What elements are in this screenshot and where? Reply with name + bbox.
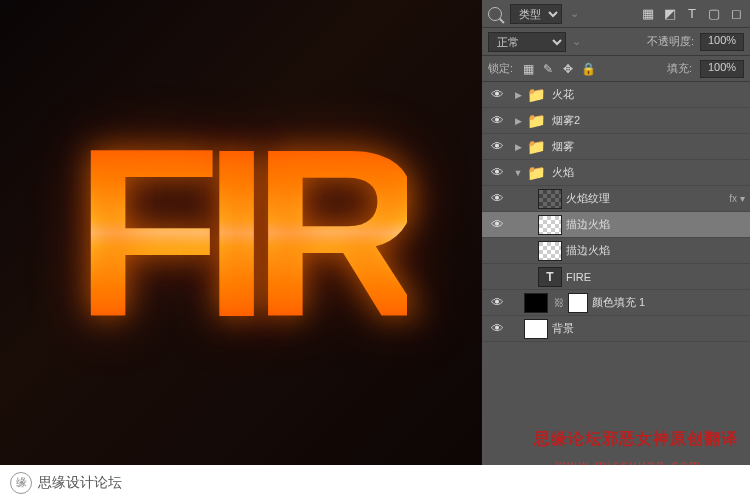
group-toggle[interactable]: ▼ (512, 168, 524, 178)
layer-name[interactable]: 火焰 (552, 165, 750, 180)
filter-icons: ▦ ◩ T ▢ ◻ (640, 6, 744, 22)
group-toggle[interactable]: ▶ (512, 142, 524, 152)
layer-row[interactable]: 👁背景 (482, 316, 750, 342)
visibility-toggle[interactable]: 👁 (482, 165, 512, 180)
layer-row[interactable]: 👁⛓颜色填充 1 (482, 290, 750, 316)
canvas-area[interactable]: FIR (0, 0, 482, 465)
filter-type-icon[interactable]: T (684, 6, 700, 22)
footer-text: 思缘设计论坛 (38, 474, 122, 492)
layer-thumbnail[interactable] (538, 215, 562, 235)
lock-pixels-icon[interactable]: ✎ (541, 62, 555, 76)
layer-name[interactable]: 描边火焰 (566, 217, 750, 232)
layer-name[interactable]: FIRE (566, 271, 750, 283)
filter-smart-icon[interactable]: ◻ (728, 6, 744, 22)
opacity-label: 不透明度: (647, 34, 694, 49)
filter-type-select[interactable]: 类型 (510, 4, 562, 24)
group-toggle[interactable]: ▶ (512, 90, 524, 100)
layer-name[interactable]: 颜色填充 1 (592, 295, 750, 310)
layer-row[interactable]: 👁▶📁火花 (482, 82, 750, 108)
layers-panel: 类型 ⌄ ▦ ◩ T ▢ ◻ 正常 ⌄ 不透明度: 100% 锁定: ▦ ✎ ✥… (482, 0, 750, 465)
fx-indicator[interactable]: fx ▾ (724, 193, 750, 204)
folder-icon: 📁 (524, 111, 548, 131)
layer-name[interactable]: 背景 (552, 321, 750, 336)
layer-row[interactable]: 👁火焰纹理fx ▾ (482, 186, 750, 212)
watermark-text-1: 思缘论坛邪恶女神原创翻译 (534, 429, 738, 450)
layer-row[interactable]: 👁描边火焰 (482, 212, 750, 238)
visibility-toggle[interactable]: 👁 (482, 295, 512, 310)
layer-thumbnail[interactable] (538, 241, 562, 261)
filter-pixel-icon[interactable]: ▦ (640, 6, 656, 22)
visibility-toggle[interactable]: 👁 (482, 321, 512, 336)
lock-all-icon[interactable]: 🔒 (581, 62, 595, 76)
layer-name[interactable]: 烟雾2 (552, 113, 750, 128)
layer-thumbnail[interactable]: T (538, 267, 562, 287)
group-toggle[interactable]: ▶ (512, 116, 524, 126)
visibility-toggle[interactable]: 👁 (482, 87, 512, 102)
layer-name[interactable]: 描边火焰 (566, 243, 750, 258)
layer-row[interactable]: 👁▶📁烟雾2 (482, 108, 750, 134)
filter-adjust-icon[interactable]: ◩ (662, 6, 678, 22)
folder-icon: 📁 (524, 137, 548, 157)
layer-row[interactable]: 👁▶📁烟雾 (482, 134, 750, 160)
folder-icon: 📁 (524, 163, 548, 183)
layers-list: 👁▶📁火花👁▶📁烟雾2👁▶📁烟雾👁▼📁火焰👁火焰纹理fx ▾👁描边火焰描边火焰T… (482, 82, 750, 465)
search-icon[interactable] (488, 7, 502, 21)
visibility-toggle[interactable]: 👁 (482, 139, 512, 154)
layer-name[interactable]: 火花 (552, 87, 750, 102)
layer-name[interactable]: 火焰纹理 (566, 191, 724, 206)
fire-text: FIR (75, 95, 408, 371)
layer-row[interactable]: TFIRE (482, 264, 750, 290)
layer-row[interactable]: 描边火焰 (482, 238, 750, 264)
blend-mode-select[interactable]: 正常 (488, 32, 566, 52)
lock-label: 锁定: (488, 61, 513, 76)
page-footer: 缘 思缘设计论坛 (0, 465, 750, 500)
fill-value[interactable]: 100% (700, 60, 744, 78)
fill-label: 填充: (667, 61, 692, 76)
layer-thumbnail[interactable] (524, 293, 548, 313)
filter-bar: 类型 ⌄ ▦ ◩ T ▢ ◻ (482, 0, 750, 28)
visibility-toggle[interactable]: 👁 (482, 217, 512, 232)
layer-thumbnail[interactable] (524, 319, 548, 339)
lock-row: 锁定: ▦ ✎ ✥ 🔒 填充: 100% (482, 56, 750, 82)
blend-row: 正常 ⌄ 不透明度: 100% (482, 28, 750, 56)
layer-mask[interactable] (568, 293, 588, 313)
opacity-value[interactable]: 100% (700, 33, 744, 51)
layer-row[interactable]: 👁▼📁火焰 (482, 160, 750, 186)
folder-icon: 📁 (524, 85, 548, 105)
visibility-toggle[interactable]: 👁 (482, 191, 512, 206)
footer-logo-icon: 缘 (10, 472, 32, 494)
layer-thumbnail[interactable] (538, 189, 562, 209)
lock-position-icon[interactable]: ✥ (561, 62, 575, 76)
layer-name[interactable]: 烟雾 (552, 139, 750, 154)
link-icon[interactable]: ⛓ (554, 297, 564, 308)
filter-shape-icon[interactable]: ▢ (706, 6, 722, 22)
lock-transparency-icon[interactable]: ▦ (521, 62, 535, 76)
visibility-toggle[interactable]: 👁 (482, 113, 512, 128)
